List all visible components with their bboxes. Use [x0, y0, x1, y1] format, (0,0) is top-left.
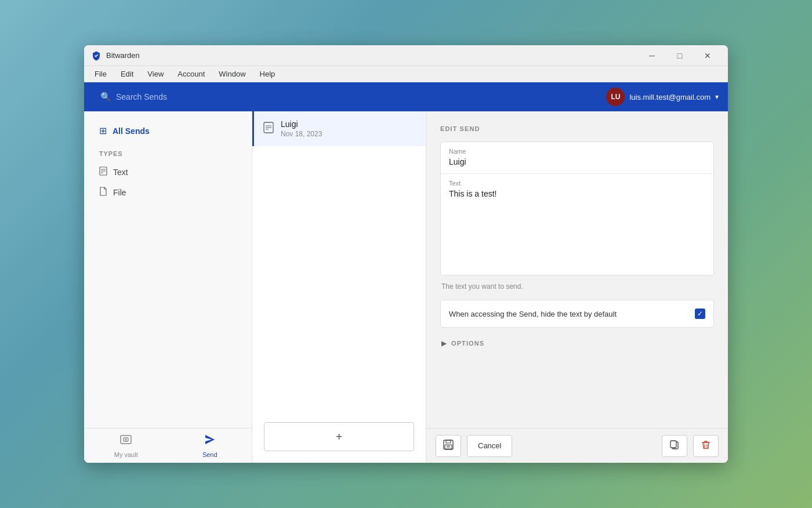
delete-button[interactable]	[693, 435, 719, 457]
hide-text-checkbox[interactable]: ✓	[695, 309, 705, 319]
hide-text-row[interactable]: When accessing the Send, hide the text b…	[440, 300, 714, 328]
delete-icon	[701, 440, 711, 452]
window-title: Bitwarden	[106, 51, 639, 60]
list-panel: Luigi Nov 18, 2023 +	[252, 111, 426, 463]
avatar: LU	[606, 88, 625, 106]
text-label: Text	[449, 180, 705, 187]
save-button[interactable]	[436, 435, 461, 457]
menu-file[interactable]: File	[89, 67, 113, 81]
item-name: Luigi	[281, 119, 416, 129]
form-card-main: Name Luigi Text This is a test!	[440, 141, 714, 275]
sidebar-item-all-sends[interactable]: ⊞ All Sends	[93, 121, 242, 141]
plus-icon: +	[336, 430, 343, 444]
sidebar-top: ⊞ All Sends TYPES Text	[84, 111, 252, 428]
types-heading: TYPES	[93, 150, 242, 157]
search-input[interactable]	[116, 92, 592, 101]
edit-send-title: EDIT SEND	[440, 125, 714, 132]
svg-rect-17	[670, 441, 676, 448]
text-hint: The text you want to send.	[440, 282, 714, 291]
sidebar-text-label: Text	[113, 168, 128, 177]
user-badge[interactable]: LU luis.mill.test@gmail.com ▾	[606, 88, 719, 106]
copy-icon	[669, 440, 680, 452]
minimize-button[interactable]: ─	[639, 45, 665, 66]
item-file-icon	[263, 122, 274, 136]
file-icon	[99, 187, 107, 198]
menu-account[interactable]: Account	[172, 67, 211, 81]
add-send-button[interactable]: +	[264, 422, 414, 451]
nav-tab-send[interactable]: Send	[168, 429, 252, 463]
send-icon	[204, 433, 216, 449]
menu-bar: File Edit View Account Window Help	[84, 66, 728, 82]
nav-vault-label: My vault	[114, 451, 138, 458]
app-icon	[91, 50, 102, 61]
edit-toolbar: Cancel	[426, 428, 728, 463]
all-sends-label: All Sends	[113, 126, 150, 136]
header-bar: 🔍 LU luis.mill.test@gmail.com ▾	[84, 82, 728, 111]
sidebar-item-file[interactable]: File	[93, 182, 242, 202]
list-item-info: Luigi Nov 18, 2023	[281, 119, 416, 138]
item-date: Nov 18, 2023	[281, 130, 416, 138]
chevron-down-icon: ▾	[715, 93, 719, 101]
cancel-button[interactable]: Cancel	[467, 435, 512, 457]
svg-point-6	[125, 439, 127, 441]
sidebar: ⊞ All Sends TYPES Text	[84, 111, 252, 463]
list-items: Luigi Nov 18, 2023	[252, 111, 426, 411]
nav-tab-my-vault[interactable]: My vault	[84, 429, 168, 463]
edit-panel: EDIT SEND Name Luigi Text This is a test…	[426, 111, 728, 463]
main-content: ⊞ All Sends TYPES Text	[84, 111, 728, 463]
vault-icon	[119, 433, 132, 449]
search-box: 🔍	[93, 87, 599, 107]
sidebar-file-label: File	[113, 188, 126, 197]
sidebar-item-text[interactable]: Text	[93, 162, 242, 182]
menu-window[interactable]: Window	[213, 67, 251, 81]
text-value[interactable]: This is a test!	[449, 189, 705, 270]
svg-rect-13	[445, 445, 452, 449]
menu-help[interactable]: Help	[254, 67, 281, 81]
save-icon	[443, 440, 454, 452]
svg-rect-12	[446, 440, 451, 443]
app-window: Bitwarden ─ □ ✕ File Edit View Account W…	[84, 45, 728, 463]
window-controls: ─ □ ✕	[639, 45, 721, 66]
search-icon: 🔍	[100, 92, 111, 102]
user-email: luis.mill.test@gmail.com	[629, 93, 710, 101]
name-field: Name Luigi	[441, 142, 713, 173]
title-bar: Bitwarden ─ □ ✕	[84, 45, 728, 66]
grid-icon: ⊞	[99, 125, 107, 136]
nav-send-label: Send	[202, 451, 217, 458]
menu-edit[interactable]: Edit	[115, 67, 139, 81]
text-file-icon	[99, 166, 107, 177]
menu-view[interactable]: View	[142, 67, 169, 81]
name-value[interactable]: Luigi	[449, 157, 705, 169]
name-label: Name	[449, 148, 705, 155]
sidebar-nav: My vault Send	[84, 428, 252, 463]
options-row[interactable]: ▶ OPTIONS	[440, 335, 714, 352]
text-field: Text This is a test!	[441, 173, 713, 275]
copy-button[interactable]	[662, 435, 687, 457]
options-label: OPTIONS	[451, 340, 484, 347]
close-button[interactable]: ✕	[694, 45, 721, 66]
options-chevron-icon: ▶	[441, 339, 447, 347]
maximize-button[interactable]: □	[666, 45, 693, 66]
list-item[interactable]: Luigi Nov 18, 2023	[252, 111, 426, 146]
edit-panel-content: EDIT SEND Name Luigi Text This is a test…	[426, 111, 728, 428]
hide-text-label: When accessing the Send, hide the text b…	[449, 310, 617, 318]
